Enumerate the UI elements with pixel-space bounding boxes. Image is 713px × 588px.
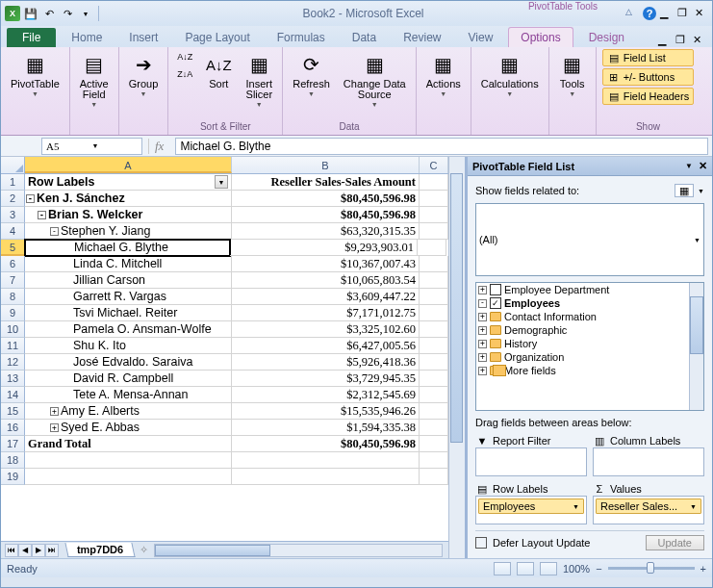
minimize-ribbon-icon[interactable]: △: [625, 7, 639, 20]
page-break-view-icon[interactable]: [540, 562, 557, 575]
pivot-row-cell[interactable]: José Edvaldo. Saraiva: [25, 354, 232, 371]
grand-total-label[interactable]: Grand Total: [25, 436, 232, 452]
pivot-value-cell[interactable]: $3,729,945.35: [232, 371, 420, 387]
pivot-row-cell[interactable]: -Brian S. Welcker: [25, 207, 232, 223]
sort-button[interactable]: A↓Z Sort: [201, 49, 236, 91]
pivot-value-cell[interactable]: $15,535,946.26: [232, 403, 420, 420]
group-button[interactable]: ➔ Group ▼: [125, 49, 163, 99]
cell[interactable]: [420, 436, 448, 452]
pivot-row-cell[interactable]: David R. Campbell: [25, 371, 232, 387]
row-header[interactable]: 13: [1, 371, 25, 387]
vertical-scrollbar[interactable]: [448, 157, 465, 558]
pivot-value-cell[interactable]: $3,325,102.60: [232, 321, 420, 338]
field-list-item[interactable]: +Organization: [476, 350, 703, 364]
tab-view[interactable]: View: [457, 28, 505, 47]
first-sheet-icon[interactable]: ⏮: [5, 544, 18, 557]
sort-az-button[interactable]: A↓Z: [174, 49, 195, 64]
column-labels-area[interactable]: [593, 447, 704, 476]
tab-file[interactable]: File: [7, 28, 56, 47]
field-headers-toggle[interactable]: ▤Field Headers: [602, 88, 694, 105]
column-header-a[interactable]: A: [25, 157, 232, 173]
pivot-value-cell[interactable]: $7,171,012.75: [232, 305, 420, 321]
tools-button[interactable]: ▦ Tools ▼: [555, 49, 590, 99]
workbook-minimize-icon[interactable]: ▁: [658, 34, 672, 47]
tab-data[interactable]: Data: [341, 28, 388, 47]
help-icon[interactable]: ?: [643, 7, 656, 20]
select-all-corner[interactable]: [1, 157, 25, 173]
field-list-item[interactable]: -✓Employees: [476, 296, 703, 310]
update-button[interactable]: Update: [646, 535, 704, 550]
field-checkbox[interactable]: ✓: [490, 297, 501, 309]
tab-formulas[interactable]: Formulas: [266, 28, 337, 47]
field-list-item[interactable]: +Demographic: [476, 323, 703, 337]
column-header-c[interactable]: C: [420, 157, 448, 173]
cell[interactable]: [420, 272, 448, 289]
row-labels-chip[interactable]: Employees▼: [478, 499, 584, 514]
pivot-row-cell[interactable]: Pamela O. Ansman-Wolfe: [25, 321, 232, 338]
field-checkbox[interactable]: [490, 284, 501, 295]
cell[interactable]: [420, 387, 448, 403]
values-area[interactable]: Reseller Sales...▼: [593, 496, 704, 524]
cell[interactable]: [420, 289, 448, 305]
pivot-value-cell[interactable]: $10,367,007.43: [232, 256, 420, 272]
pivot-values-header[interactable]: Reseller Sales-Sales Amount: [232, 174, 420, 191]
expand-icon[interactable]: +: [50, 407, 59, 416]
expand-icon[interactable]: +: [478, 367, 487, 375]
pivot-row-cell[interactable]: +Amy E. Alberts: [25, 403, 232, 420]
row-header[interactable]: 15: [1, 403, 25, 420]
normal-view-icon[interactable]: [494, 562, 511, 575]
page-layout-view-icon[interactable]: [517, 562, 534, 575]
pivot-row-cell[interactable]: Tsvi Michael. Reiter: [25, 305, 232, 321]
field-list-toggle[interactable]: ▤Field List: [602, 49, 694, 66]
layout-options-icon[interactable]: ▦: [675, 184, 694, 197]
change-data-source-button[interactable]: ▦ Change Data Source ▼: [340, 49, 410, 110]
pivot-row-cell[interactable]: -Ken J. Sánchez: [25, 191, 232, 207]
pivot-value-cell[interactable]: $3,609,447.22: [232, 289, 420, 305]
close-icon[interactable]: ✕: [695, 7, 708, 20]
zoom-slider[interactable]: [608, 567, 695, 570]
expand-icon[interactable]: +: [478, 326, 487, 335]
qat-dropdown-icon[interactable]: ▼: [78, 6, 93, 21]
row-header[interactable]: 7: [1, 272, 25, 289]
filter-dropdown-icon[interactable]: ▼: [215, 175, 228, 189]
expand-icon[interactable]: +: [478, 313, 487, 321]
new-sheet-icon[interactable]: ✧: [140, 544, 148, 556]
expand-icon[interactable]: +: [478, 340, 487, 348]
minimize-icon[interactable]: ▁: [660, 7, 674, 20]
taskpane-dropdown-icon[interactable]: ▼: [685, 162, 693, 170]
cell[interactable]: [420, 191, 448, 207]
related-table-select[interactable]: (All) ▼: [475, 203, 704, 276]
row-header[interactable]: 5: [1, 240, 25, 256]
plus-minus-toggle[interactable]: ⊞+/- Buttons: [602, 68, 694, 86]
pivot-value-cell[interactable]: $80,450,596.98: [232, 207, 420, 223]
field-list-item[interactable]: +Contact Information: [476, 310, 703, 323]
pivot-value-cell[interactable]: $1,594,335.38: [232, 420, 420, 436]
row-header[interactable]: 3: [1, 207, 25, 223]
cell[interactable]: [420, 354, 448, 371]
layout-dropdown-icon[interactable]: ▼: [698, 188, 704, 194]
fx-icon[interactable]: fx: [148, 139, 169, 154]
insert-slicer-button[interactable]: ▦ Insert Slicer ▼: [242, 49, 276, 110]
sheet-tab[interactable]: tmp7DD6: [64, 543, 135, 557]
redo-icon[interactable]: ↷: [60, 6, 75, 21]
cell[interactable]: [420, 321, 448, 338]
workbook-close-icon[interactable]: ✕: [693, 34, 706, 47]
collapse-icon[interactable]: -: [50, 227, 59, 236]
row-header[interactable]: 14: [1, 387, 25, 403]
expand-icon[interactable]: +: [478, 353, 487, 362]
tab-review[interactable]: Review: [392, 28, 452, 47]
horizontal-scrollbar[interactable]: [154, 544, 443, 557]
pivot-value-cell[interactable]: $63,320,315.35: [232, 223, 420, 240]
next-sheet-icon[interactable]: ▶: [32, 544, 45, 557]
row-header[interactable]: 1: [1, 174, 25, 191]
field-list-item[interactable]: +More fields: [476, 364, 703, 377]
pivot-value-cell[interactable]: $6,427,005.56: [232, 338, 420, 354]
pivot-value-cell[interactable]: $80,450,596.98: [232, 191, 420, 207]
row-labels-area[interactable]: Employees▼: [475, 496, 587, 524]
name-box-dropdown-icon[interactable]: ▼: [92, 142, 139, 150]
cell[interactable]: [420, 223, 448, 240]
calculations-button[interactable]: ▦ Calculations ▼: [477, 49, 543, 99]
zoom-percent[interactable]: 100%: [563, 563, 590, 575]
tab-options[interactable]: Options: [508, 27, 573, 47]
values-chip[interactable]: Reseller Sales...▼: [596, 499, 701, 514]
